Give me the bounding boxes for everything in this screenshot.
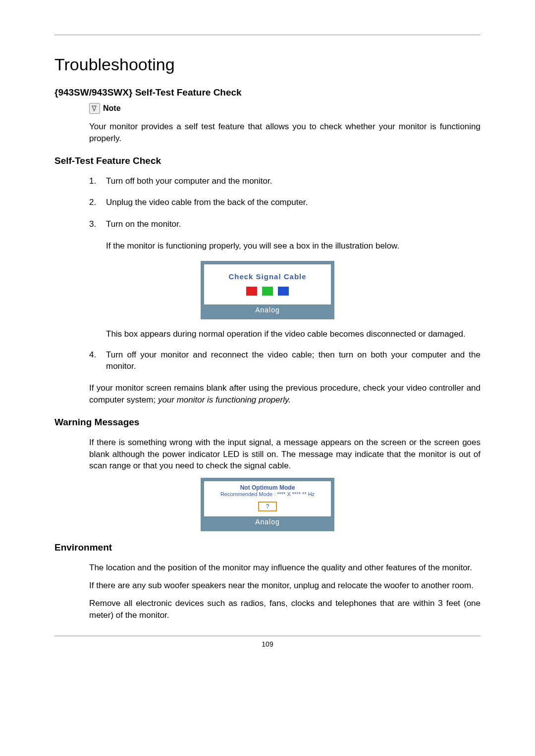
note-body: Your monitor provides a self test featur… — [89, 121, 481, 145]
list-item: 3. Turn on the monitor. — [89, 218, 481, 230]
steps-list: 1. Turn off both your computer and the m… — [89, 175, 481, 230]
section3-heading: Warning Messages — [54, 417, 481, 428]
section4-p1: The location and the position of the mon… — [89, 562, 481, 574]
section4-p2: If there are any sub woofer speakers nea… — [89, 580, 481, 592]
section1-heading: {943SW/943SWX} Self-Test Feature Check — [54, 87, 481, 98]
step-number: 2. — [89, 197, 106, 208]
list-item: 2. Unplug the video cable from the back … — [89, 197, 481, 208]
steps-list-cont: 4. Turn off your monitor and reconnect t… — [89, 349, 481, 373]
step-text: Turn off both your computer and the moni… — [106, 175, 481, 187]
green-square-icon — [262, 287, 273, 296]
step-number: 4. — [89, 349, 106, 373]
section3-body: If there is something wrong with the inp… — [89, 437, 481, 472]
note-row: Note — [89, 103, 481, 114]
osd2-footer: Analog — [204, 516, 331, 528]
note-label: Note — [103, 104, 121, 113]
note-icon — [89, 103, 100, 114]
section4-p3: Remove all electronic devices such as ra… — [89, 598, 481, 621]
red-square-icon — [246, 287, 257, 296]
step3-followup: If the monitor is functioning properly, … — [106, 240, 481, 252]
osd1-title: Check Signal Cable — [208, 272, 327, 281]
page-number: 109 — [54, 640, 481, 648]
section4-heading: Environment — [54, 542, 481, 553]
osd1-footer: Analog — [204, 304, 331, 316]
step-text: Turn on the monitor. — [106, 218, 481, 230]
step-text: Turn off your monitor and reconnect the … — [106, 349, 481, 373]
osd2-help-button: ? — [258, 502, 277, 511]
closing-italic: your monitor is functioning properly. — [158, 395, 291, 404]
section2-closing: If your monitor screen remains blank aft… — [89, 382, 481, 406]
osd2-box: Not Optimum Mode Recommended Mode : ****… — [201, 478, 334, 531]
step-number: 3. — [89, 218, 106, 230]
top-rule — [54, 35, 481, 35]
osd2-illustration: Not Optimum Mode Recommended Mode : ****… — [54, 478, 481, 531]
osd2-title1: Not Optimum Mode — [208, 484, 327, 491]
section2-heading: Self-Test Feature Check — [54, 155, 481, 166]
osd1-illustration: Check Signal Cable Analog — [54, 261, 481, 319]
blue-square-icon — [278, 287, 289, 296]
step-number: 1. — [89, 175, 106, 187]
list-item: 1. Turn off both your computer and the m… — [89, 175, 481, 187]
page-title: Troubleshooting — [54, 55, 481, 74]
bottom-rule — [54, 636, 481, 636]
step-text: Unplug the video cable from the back of … — [106, 197, 481, 208]
list-item: 4. Turn off your monitor and reconnect t… — [89, 349, 481, 373]
step3-followup2: This box appears during normal operation… — [106, 328, 481, 340]
osd1-box: Check Signal Cable Analog — [201, 261, 334, 319]
rgb-indicator — [208, 287, 327, 296]
osd2-title2: Recommended Mode : **** X **** ** Hz — [208, 491, 327, 497]
